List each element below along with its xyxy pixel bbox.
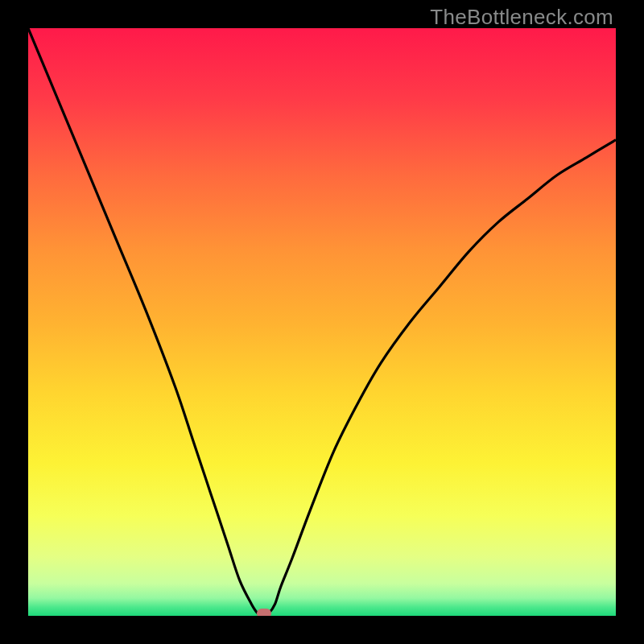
optimal-marker	[257, 609, 271, 616]
chart-frame: TheBottleneck.com	[0, 0, 644, 644]
bottleneck-curve	[28, 28, 616, 616]
plot-area	[28, 28, 616, 616]
watermark-label: TheBottleneck.com	[430, 5, 613, 30]
curve-layer	[28, 28, 616, 616]
